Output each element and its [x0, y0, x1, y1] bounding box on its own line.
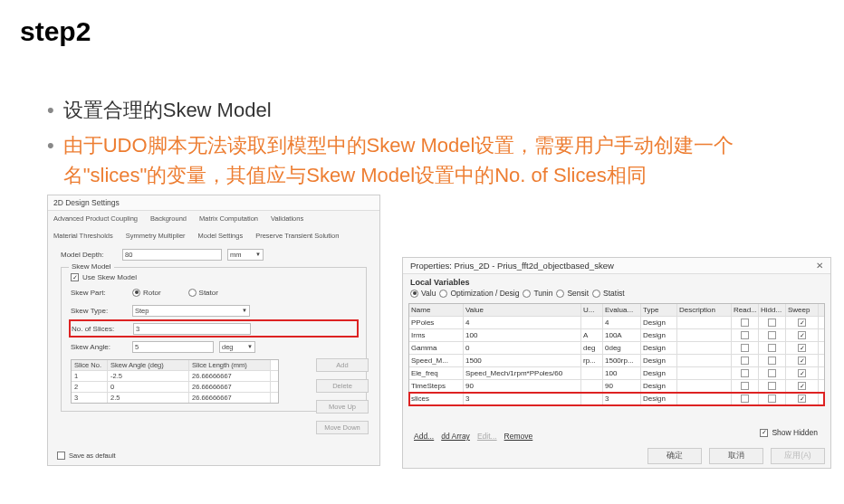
cell-value[interactable]: Speed_Mech/1rpm*PPoles/60 [464, 367, 581, 379]
tab[interactable]: Material Thresholds [53, 232, 113, 240]
bullet-1: • 设置合理的Skew Model [47, 95, 817, 125]
table-row[interactable]: Speed_M...1500rp...1500rp...Design [409, 355, 824, 367]
cell-hidden[interactable] [759, 355, 786, 366]
slice-table: Slice No. Skew Angle (deg) Slice Length … [71, 359, 279, 404]
tab[interactable]: Advanced Product Coupling [53, 214, 138, 223]
cell-sweep[interactable] [786, 393, 819, 404]
table-row[interactable]: slices33Design [409, 393, 824, 405]
cell-hidden[interactable] [759, 342, 786, 354]
cell-type: Design [641, 393, 677, 404]
cell-unit [581, 317, 603, 328]
tab[interactable]: Matrix Computation [199, 214, 258, 223]
no-slices-input[interactable]: 3 [133, 323, 251, 335]
show-hidden-checkbox[interactable]: ✓ Show Hidden [760, 428, 818, 437]
table-row[interactable]: 3 2.5 26.66666667 [72, 393, 278, 403]
cancel-button[interactable]: 取消 [709, 448, 763, 464]
cell-sweep[interactable] [786, 342, 819, 354]
skew-type-select[interactable]: Step▼ [132, 305, 250, 317]
skew-angle-unit-select[interactable]: deg▼ [219, 341, 255, 353]
dialog-tabs[interactable]: Advanced Product Coupling Background Mat… [48, 211, 379, 242]
tab[interactable]: Background [150, 214, 187, 223]
table-row[interactable]: 1 -2.5 26.66666667 [72, 371, 278, 382]
tab-value[interactable]: Valu [410, 289, 436, 298]
tab[interactable]: Validations [271, 214, 303, 223]
ok-button[interactable]: 确定 [647, 448, 702, 464]
cell-name: Gamma [409, 342, 464, 354]
table-row[interactable]: 2 0 26.66666667 [72, 382, 278, 393]
tab-label[interactable]: Local Variables [403, 274, 830, 289]
cell-readonly[interactable] [732, 342, 759, 354]
cell-unit: A [581, 329, 603, 341]
cell-value[interactable]: 100 [464, 329, 581, 341]
chevron-down-icon: ▼ [255, 252, 261, 257]
move-up-button[interactable]: Move Up [316, 400, 369, 414]
table-row[interactable]: Ele_freqSpeed_Mech/1rpm*PPoles/60100Desi… [409, 367, 824, 380]
cell-readonly[interactable] [732, 329, 759, 341]
cell-readonly[interactable] [732, 393, 759, 404]
model-depth-unit-select[interactable]: mm▼ [227, 249, 264, 261]
cell-name: Ele_freq [409, 367, 464, 379]
table-row[interactable]: Irms100A100ADesign [409, 329, 824, 342]
skew-angle-input[interactable]: 5 [132, 341, 214, 353]
cell-readonly[interactable] [732, 355, 759, 366]
model-depth-row: Model Depth: 80 mm▼ [61, 247, 367, 262]
skew-part-label: Skew Part: [71, 289, 132, 297]
cell-value[interactable]: 3 [464, 393, 581, 404]
cell-hidden[interactable] [759, 393, 786, 404]
delete-button[interactable]: Delete [316, 379, 369, 393]
cell-desc [677, 367, 732, 379]
save-as-default[interactable]: Save as default [57, 452, 116, 460]
variable-actions: Add... dd Array Edit... Remove [414, 432, 532, 441]
use-skew-label: Use Skew Model [82, 273, 137, 281]
cell-value[interactable]: 90 [464, 380, 581, 392]
table-row[interactable]: TimeSteps9090Design [409, 380, 824, 393]
cell-value[interactable]: 4 [464, 317, 581, 328]
table-row[interactable]: Gamma0deg0degDesign [409, 342, 824, 355]
cell-hidden[interactable] [759, 329, 786, 341]
cell-sweep[interactable] [786, 380, 819, 392]
skew-part-stator[interactable]: Stator [188, 289, 218, 297]
cell-sweep[interactable] [786, 317, 819, 328]
cell-type: Design [641, 342, 677, 354]
cell-value[interactable]: 0 [464, 342, 581, 354]
table-row[interactable]: PPoles44Design [409, 317, 824, 329]
tab-sensitivity[interactable]: Sensit [556, 289, 589, 298]
cell-eval: 0deg [603, 342, 641, 354]
cell-readonly[interactable] [732, 317, 759, 328]
cell-hidden[interactable] [759, 367, 786, 379]
th: Skew Angle (deg) [108, 360, 189, 370]
cell-type: Design [641, 380, 677, 392]
cell-name: Irms [409, 329, 464, 341]
move-down-button[interactable]: Move Down [316, 421, 369, 434]
model-depth-input[interactable]: 80 [122, 249, 222, 261]
tab[interactable]: Symmetry Multiplier [126, 232, 186, 240]
tab-optimization[interactable]: Optimization / Desig [439, 289, 519, 298]
skew-part-rotor[interactable]: Rotor [132, 289, 161, 297]
tab-statistics[interactable]: Statist [592, 289, 625, 298]
cell-type: Design [641, 317, 677, 328]
model-depth-label: Model Depth: [61, 251, 122, 259]
close-icon[interactable]: ✕ [816, 261, 823, 271]
add-array-link[interactable]: dd Array [441, 432, 470, 441]
use-skew-checkbox[interactable]: ✓ Use Skew Model [71, 273, 357, 281]
cell-sweep[interactable] [786, 329, 819, 341]
add-link[interactable]: Add... [414, 432, 434, 441]
dialog-title: Properties: Prius_2D - Prius_fft2d_objec… [410, 261, 614, 271]
cell-desc [677, 380, 732, 392]
cell-sweep[interactable] [786, 355, 819, 366]
group-title: Skew Model [69, 262, 114, 271]
apply-button[interactable]: 应用(A) [771, 448, 825, 464]
edit-link[interactable]: Edit... [477, 432, 497, 441]
cell-sweep[interactable] [786, 367, 819, 379]
cell-unit: rp... [581, 355, 603, 366]
remove-link[interactable]: Remove [504, 432, 533, 441]
tab-active[interactable]: Model Settings [198, 232, 244, 240]
add-button[interactable]: Add [316, 358, 369, 372]
cell-readonly[interactable] [732, 380, 759, 392]
cell-hidden[interactable] [759, 380, 786, 392]
cell-value[interactable]: 1500 [464, 355, 581, 366]
tab[interactable]: Preserve Transient Solution [255, 232, 339, 240]
tab-tuning[interactable]: Tunin [523, 289, 552, 298]
cell-readonly[interactable] [732, 367, 759, 379]
cell-hidden[interactable] [759, 317, 786, 328]
